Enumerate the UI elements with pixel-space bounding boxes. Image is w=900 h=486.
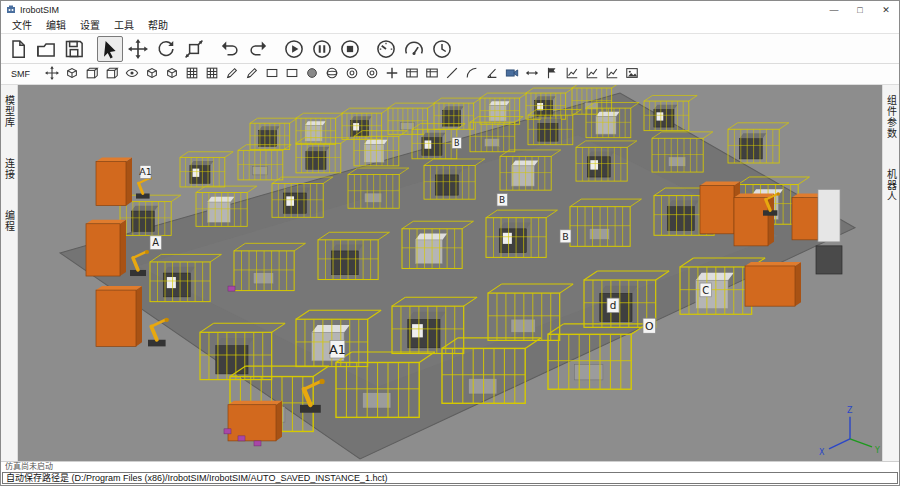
pause-simulation-button[interactable]	[309, 36, 335, 62]
solid-box-icon[interactable]	[142, 65, 161, 84]
move-icon	[128, 39, 148, 59]
rect-tool-icon[interactable]	[282, 65, 301, 84]
chart-plot-icon	[565, 66, 579, 83]
cell-sign: A1	[139, 165, 152, 178]
select-tool-button[interactable]	[97, 36, 123, 62]
save-file-button[interactable]	[61, 36, 87, 62]
panel-table-icon[interactable]	[402, 65, 421, 84]
draw-knife-icon	[245, 66, 259, 83]
factory-scene-canvas: A1AA1BBBdOCZXY	[18, 85, 882, 461]
chart-curve-icon	[585, 66, 599, 83]
safety-panel-orange	[96, 286, 142, 346]
chart-area-icon	[605, 66, 619, 83]
menu-file[interactable]: 文件	[5, 18, 39, 33]
disc-tool-icon[interactable]	[302, 65, 321, 84]
panel-table2-icon	[425, 66, 439, 83]
cube-side-view-icon	[105, 66, 119, 83]
rotate-view-button[interactable]	[153, 36, 179, 62]
main-toolbar	[1, 33, 899, 64]
svg-text:A1: A1	[329, 342, 346, 357]
safety-panel-orange	[745, 262, 801, 306]
play-icon	[284, 39, 304, 59]
title-bar: IrobotSIM — □ ✕	[1, 1, 899, 18]
flat-ring-tool-icon	[365, 66, 379, 83]
cell-sign: C	[700, 283, 712, 297]
play-simulation-button[interactable]	[281, 36, 307, 62]
svg-text:A1: A1	[139, 166, 152, 177]
redo-button[interactable]	[245, 36, 271, 62]
app-logo-icon	[6, 5, 16, 15]
open-file-button[interactable]	[33, 36, 59, 62]
file-toolbar-group	[5, 36, 87, 62]
texture-image-icon[interactable]	[622, 65, 641, 84]
svg-text:A: A	[152, 237, 159, 248]
orbit-view-button[interactable]	[181, 36, 207, 62]
grid-box2-icon[interactable]	[202, 65, 221, 84]
add-primitive-icon[interactable]	[382, 65, 401, 84]
speed-gauge-button[interactable]	[401, 36, 427, 62]
tab-connection[interactable]: 连接	[2, 158, 17, 180]
svg-text:B: B	[562, 231, 569, 242]
menu-help[interactable]: 帮助	[141, 18, 175, 33]
maximize-button[interactable]: □	[847, 1, 873, 18]
gauge-icon	[376, 39, 396, 59]
sphere-tool-icon	[325, 66, 339, 83]
ring-tool-icon[interactable]	[342, 65, 361, 84]
panel-table2-icon[interactable]	[422, 65, 441, 84]
tab-component-parameters[interactable]: 组件参数	[884, 95, 899, 139]
menu-tools[interactable]: 工具	[107, 18, 141, 33]
menu-settings[interactable]: 设置	[73, 18, 107, 33]
modeling-icons-group	[42, 65, 641, 84]
folder-icon	[36, 39, 56, 59]
sphere-tool-icon[interactable]	[322, 65, 341, 84]
clipboard-flag-icon[interactable]	[542, 65, 561, 84]
redo-icon	[248, 39, 268, 59]
stop-icon	[340, 39, 360, 59]
cube-side-view-icon[interactable]	[102, 65, 121, 84]
svg-text:B: B	[499, 195, 505, 205]
eraser-icon	[265, 66, 279, 83]
close-button[interactable]: ✕	[873, 1, 899, 18]
stop-simulation-button[interactable]	[337, 36, 363, 62]
flat-ring-tool-icon[interactable]	[362, 65, 381, 84]
chart-area-icon[interactable]	[602, 65, 621, 84]
tab-programming[interactable]: 编程	[2, 210, 17, 232]
tab-model-library[interactable]: 模型库	[2, 95, 17, 128]
smf-mode-button[interactable]: SMF	[5, 67, 36, 81]
draw-pencil-icon[interactable]	[222, 65, 241, 84]
solid-box2-icon[interactable]	[162, 65, 181, 84]
pan-tool-icon[interactable]	[42, 65, 61, 84]
camera-icon[interactable]	[502, 65, 521, 84]
cell-sign: B	[452, 137, 461, 148]
speed-icon	[404, 39, 424, 59]
chart-plot-icon[interactable]	[562, 65, 581, 84]
measure-line-icon[interactable]	[442, 65, 461, 84]
measure-arc-icon[interactable]	[462, 65, 481, 84]
pan-view-button[interactable]	[125, 36, 151, 62]
realtime-gauge-button[interactable]	[373, 36, 399, 62]
file-icon	[8, 39, 28, 59]
visibility-eye-icon[interactable]	[122, 65, 141, 84]
grid-box-icon[interactable]	[182, 65, 201, 84]
draw-knife-icon[interactable]	[242, 65, 261, 84]
menu-bar: 文件编辑设置工具帮助	[1, 18, 899, 33]
rect-tool-icon	[285, 66, 299, 83]
draw-pencil-icon	[225, 66, 239, 83]
playback-toolbar-group	[281, 36, 363, 62]
camera-icon	[505, 66, 519, 83]
measure-angle-icon[interactable]	[482, 65, 501, 84]
menu-edit[interactable]: 编辑	[39, 18, 73, 33]
cursor-icon	[100, 39, 120, 59]
minimize-button[interactable]: —	[821, 1, 847, 18]
sim-clock-button[interactable]	[429, 36, 455, 62]
swap-arrows-icon[interactable]	[522, 65, 541, 84]
cube-front-view-icon[interactable]	[82, 65, 101, 84]
tab-robot[interactable]: 机器人	[884, 169, 899, 202]
eraser-icon[interactable]	[262, 65, 281, 84]
cube-view-icon[interactable]	[62, 65, 81, 84]
undo-button[interactable]	[217, 36, 243, 62]
rotate-icon	[156, 39, 176, 59]
new-file-button[interactable]	[5, 36, 31, 62]
chart-curve-icon[interactable]	[582, 65, 601, 84]
viewport-3d[interactable]: A1AA1BBBdOCZXY	[18, 85, 882, 461]
